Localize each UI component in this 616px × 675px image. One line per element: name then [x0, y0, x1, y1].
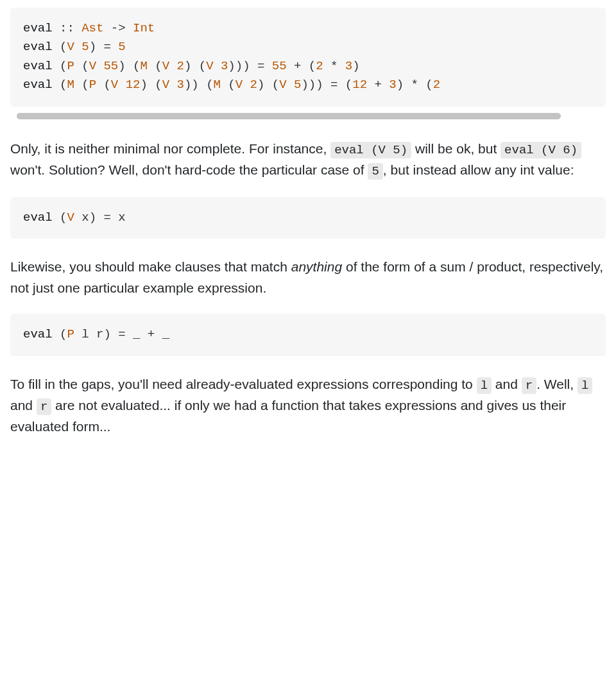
article-content: eval :: Ast -> Int eval (V 5) = 5 eval (… [0, 0, 616, 453]
code-token: M [140, 59, 147, 73]
code-token [118, 78, 125, 92]
code-token: 5 [81, 40, 89, 54]
prose-text: are not evaluated... if only we had a fu… [10, 398, 566, 434]
code-token: ( [96, 78, 111, 92]
code-token: 55 [103, 59, 118, 73]
code-token: + ( [287, 59, 316, 73]
code-token: ( [74, 78, 89, 92]
code-token: 5 [118, 40, 125, 54]
code-token: 12 [352, 78, 367, 92]
code-token: ) ( [118, 59, 140, 73]
prose-text: won't. Solution? Well, don't hard-code t… [10, 162, 368, 177]
code-token: ))) = [228, 59, 271, 73]
paragraph-2: Likewise, you should make clauses that m… [10, 257, 606, 298]
code-token: )) ( [184, 78, 214, 92]
code-token: ( [53, 78, 67, 92]
code-token: ( [53, 327, 67, 341]
horizontal-scrollbar[interactable] [10, 112, 606, 121]
code-token: eval [23, 40, 53, 54]
code-token: l r) = _ + _ [74, 327, 169, 341]
code-block-2[interactable]: eval (V x) = x [10, 197, 606, 239]
prose-text: and [492, 377, 522, 391]
paragraph-3: To fill in the gaps, you'll need already… [10, 374, 606, 438]
code-token: eval [23, 327, 53, 341]
code-token: x) = x [74, 210, 126, 225]
code-token: M [214, 78, 221, 92]
code-token: 3 [221, 59, 228, 73]
code-token: 5 [294, 78, 301, 92]
code-token: Int [133, 21, 155, 35]
code-block-3[interactable]: eval (P l r) = _ + _ [10, 314, 606, 355]
code-token: + [367, 78, 389, 92]
code-token [96, 59, 103, 73]
code-token: 3 [177, 78, 184, 92]
inline-code: r [37, 398, 51, 415]
code-token: 55 [272, 59, 287, 73]
prose-text: and [10, 398, 37, 413]
code-token: P [67, 59, 74, 73]
code-token: V [206, 59, 213, 73]
code-token: ) [352, 59, 359, 73]
prose-text: Likewise, you should make clauses that m… [10, 259, 291, 274]
inline-code: 5 [368, 163, 382, 180]
paragraph-1: Only, it is neither minimal nor complete… [10, 139, 606, 182]
code-token: ( [74, 59, 89, 73]
inline-code: l [477, 377, 492, 394]
code-token: 3 [389, 78, 396, 92]
code-token: ) ( [257, 78, 279, 92]
inline-code: eval (V 6) [501, 142, 581, 158]
inline-code: r [522, 377, 536, 394]
code-token [74, 40, 81, 54]
code-token: 2 [177, 59, 184, 73]
code-token: ) ( [184, 59, 206, 73]
code-token: ( [53, 59, 67, 73]
code-token: ( [53, 40, 67, 54]
code-token [287, 78, 294, 92]
code-token: eval [23, 210, 53, 225]
code-token: 3 [345, 59, 352, 73]
code-token: V [67, 40, 74, 54]
code-token [169, 59, 176, 73]
code-token: ( [221, 78, 235, 92]
prose-text: , but instead allow any int value: [383, 162, 574, 177]
code-token [243, 78, 250, 92]
code-token: eval [23, 59, 53, 73]
scrollbar-thumb[interactable] [17, 113, 561, 119]
emphasis: anything [291, 259, 342, 274]
code-token: V [111, 78, 118, 92]
code-token: :: [53, 21, 82, 35]
code-token: P [89, 78, 96, 92]
code-token: V [162, 59, 169, 73]
code-token [214, 59, 221, 73]
code-token: eval [23, 21, 53, 35]
code-token: 2 [433, 78, 440, 92]
code-token [169, 78, 176, 92]
code-token: 2 [316, 59, 323, 73]
code-token: ( [53, 210, 67, 225]
code-token: ))) = ( [301, 78, 352, 92]
code-block-1[interactable]: eval :: Ast -> Int eval (V 5) = 5 eval (… [10, 8, 606, 107]
prose-text: To fill in the gaps, you'll need already… [10, 377, 477, 391]
code-token: ( [148, 59, 162, 73]
code-token: ) ( [140, 78, 162, 92]
code-token: -> [103, 21, 133, 35]
code-token: V [67, 210, 74, 225]
code-token: V [235, 78, 243, 92]
code-token: ) * ( [397, 78, 433, 92]
prose-text: will be ok, but [411, 141, 501, 156]
code-token: V [279, 78, 286, 92]
code-token: 12 [126, 78, 141, 92]
prose-text: . Well, [536, 377, 578, 391]
inline-code: l [578, 377, 592, 394]
code-token: * [323, 59, 345, 73]
code-token: V [89, 59, 96, 73]
inline-code: eval (V 5) [330, 142, 411, 158]
code-token: Ast [81, 21, 103, 35]
code-token: P [67, 327, 74, 341]
code-token: 2 [250, 78, 257, 92]
code-token: eval [23, 78, 53, 92]
code-token: V [162, 78, 169, 92]
code-token: ) = [89, 40, 119, 54]
prose-text: Only, it is neither minimal nor complete… [10, 141, 330, 156]
code-token: M [67, 78, 74, 92]
